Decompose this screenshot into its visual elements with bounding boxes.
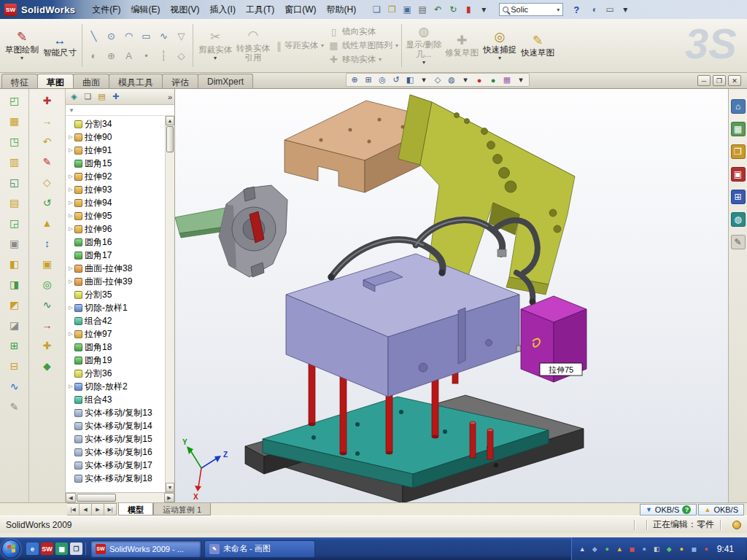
taskbar-task-button[interactable]: SW SolidWorks 2009 - ... <box>90 540 201 558</box>
doc-nav-button[interactable]: ▶ <box>92 503 104 516</box>
menu-item[interactable]: 编辑(E) <box>126 1 166 18</box>
search-input[interactable]: Solic ▾ <box>499 3 563 16</box>
window-icon[interactable]: ▭ <box>603 3 616 16</box>
feature-tree-item[interactable]: ▷ 拉伸92 <box>67 170 174 183</box>
scroll-left-icon[interactable]: ◀ <box>66 493 76 502</box>
previous-view-icon[interactable]: ↺ <box>390 74 403 86</box>
icon[interactable]: ◇ <box>39 175 56 189</box>
show-desktop-icon[interactable]: ❐ <box>70 542 82 555</box>
feature-manager-icon[interactable]: ◈ <box>68 90 80 103</box>
icon[interactable]: ↺ <box>39 195 56 209</box>
icon[interactable]: → <box>39 114 56 128</box>
icon[interactable]: ⊙ <box>103 26 120 45</box>
menu-item[interactable]: 视图(V) <box>166 1 205 18</box>
feature-tree-item[interactable]: 实体-移动/复制15 <box>67 432 174 446</box>
view-orientation-icon[interactable]: ◇ <box>431 74 444 86</box>
icon[interactable]: ∿ <box>155 26 172 45</box>
toolbar-button[interactable]: ✎ 快速草图 <box>519 20 557 71</box>
scroll-right-icon[interactable]: ▶ <box>164 493 174 502</box>
icon[interactable]: ● <box>640 544 649 553</box>
expand-arrow-icon[interactable]: ▷ <box>67 147 74 153</box>
icon[interactable]: ✎ <box>6 400 23 413</box>
command-tab[interactable]: 曲面 <box>73 74 109 88</box>
doc-nav-button[interactable]: ◀ <box>80 503 92 516</box>
toolbar-button[interactable]: ◠ 转换实体引用 <box>234 20 272 71</box>
icon[interactable]: ◪ <box>6 318 23 332</box>
expand-arrow-icon[interactable]: ▷ <box>67 174 74 179</box>
zoom-area-icon[interactable]: ⊞ <box>362 74 375 86</box>
restore-button[interactable]: ❐ <box>713 75 726 86</box>
menu-item[interactable]: 文件(F) <box>87 1 125 18</box>
browser-icon[interactable]: e <box>26 542 39 555</box>
menu-item[interactable]: 工具(T) <box>241 1 279 18</box>
feature-tree-item[interactable]: ▷ 拉伸94 <box>67 196 174 209</box>
scroll-thumb[interactable] <box>77 494 116 502</box>
icon[interactable]: ◐ <box>85 46 102 65</box>
command-tab[interactable]: 特征 <box>1 74 38 88</box>
feature-tree-item[interactable]: 组合43 <box>67 393 174 406</box>
design-library-icon[interactable]: ▦ <box>731 122 746 136</box>
net-help-icon[interactable]: ? <box>682 505 691 514</box>
scroll-down-icon[interactable]: ▼ <box>166 483 174 492</box>
dropdown-arrow-icon[interactable]: ▾ <box>417 74 430 86</box>
toolbar-button[interactable]: ◎ 快速捕捉 ▾ <box>481 20 519 71</box>
toolbar-button[interactable]: ▦ 线性草图阵列 ▾ <box>328 40 398 51</box>
feature-tree-item[interactable]: ▷ 拉伸96 <box>67 222 174 236</box>
file-explorer-icon[interactable]: ❐ <box>731 144 746 159</box>
palette-icon[interactable]: ⊞ <box>731 190 746 204</box>
dropdown-arrow-icon[interactable]: ▾ <box>514 74 527 86</box>
icon[interactable]: ▲ <box>615 544 624 553</box>
open-icon[interactable]: ❐ <box>385 3 398 16</box>
icon[interactable]: ◩ <box>6 298 23 311</box>
toolbox-icon[interactable]: ▣ <box>731 167 746 182</box>
feature-tree-item[interactable]: 实体-移动/复制17 <box>67 459 174 472</box>
toolbar-button[interactable]: ✚ 移动实体 ▾ <box>328 54 398 65</box>
document-tab[interactable]: 模型 <box>118 503 153 516</box>
expand-arrow-icon[interactable]: ▷ <box>67 331 74 337</box>
feature-tree-item[interactable]: ▷ 拉伸93 <box>67 183 174 196</box>
menu-item[interactable]: 插入(I) <box>205 1 241 18</box>
zoom-fit-icon[interactable]: ⊕ <box>348 74 361 86</box>
icon[interactable]: ◼ <box>689 544 699 553</box>
options-icon[interactable]: ▮ <box>462 3 475 16</box>
new-document-icon[interactable]: ❏ <box>370 3 383 16</box>
home-icon[interactable]: ⌂ <box>731 99 746 114</box>
feature-tree-item[interactable]: ▷ 拉伸97 <box>67 327 174 341</box>
feature-tree-item[interactable]: 圆角16 <box>67 236 174 249</box>
toolbar-button[interactable]: ▯ 镜向实体 <box>328 26 398 37</box>
feature-tree-item[interactable]: 组合42 <box>67 314 174 327</box>
icon[interactable]: ▲ <box>39 216 56 230</box>
tree-vertical-scrollbar[interactable]: ▲ ▼ <box>165 116 174 492</box>
toolbar-button[interactable]: ↔ 智能尺寸 <box>41 20 79 71</box>
icon[interactable]: ◼ <box>627 544 637 553</box>
icon[interactable]: ◳ <box>6 134 23 148</box>
icon[interactable]: ● <box>677 544 686 553</box>
expand-arrow-icon[interactable]: ▷ <box>67 279 74 284</box>
icon[interactable]: ↶ <box>39 134 56 148</box>
icon[interactable]: ↕ <box>39 236 56 250</box>
more-commands-icon[interactable]: ▾ <box>477 3 490 16</box>
section-view-icon[interactable]: ◧ <box>403 74 417 86</box>
dropdown-arrow-icon[interactable]: ▾ <box>422 59 425 66</box>
dropdown-arrow-icon[interactable]: ▾ <box>459 74 472 86</box>
icon[interactable]: ▦ <box>6 114 23 128</box>
rebuild-icon[interactable]: ↻ <box>446 3 460 16</box>
expand-arrow-icon[interactable]: ▷ <box>67 134 74 140</box>
icon[interactable]: ▭ <box>138 26 155 45</box>
command-tab[interactable]: 评估 <box>162 74 198 88</box>
configuration-manager-icon[interactable]: ▤ <box>96 90 108 103</box>
menu-item[interactable]: 窗口(W) <box>279 1 321 18</box>
feature-tree-item[interactable]: 分割35 <box>67 288 174 301</box>
icon[interactable]: ▽ <box>173 26 190 45</box>
feature-tree-item[interactable]: ▷ 切除-放样2 <box>67 380 174 393</box>
display-style-icon[interactable]: ◍ <box>445 74 458 86</box>
icon[interactable]: ⊟ <box>6 359 23 373</box>
dropdown-arrow-icon[interactable]: ▾ <box>214 55 217 61</box>
taskbar-task-button[interactable]: ✎ 未命名 - 画图 <box>204 540 315 558</box>
tree-horizontal-scrollbar[interactable]: ◀ ▶ <box>66 492 174 502</box>
help-button[interactable]: ? <box>570 4 582 15</box>
icon[interactable]: ◲ <box>6 216 23 230</box>
icon[interactable]: ▣ <box>6 236 23 250</box>
icon[interactable]: ● <box>603 544 612 553</box>
scene-icon[interactable]: ● <box>487 74 500 86</box>
